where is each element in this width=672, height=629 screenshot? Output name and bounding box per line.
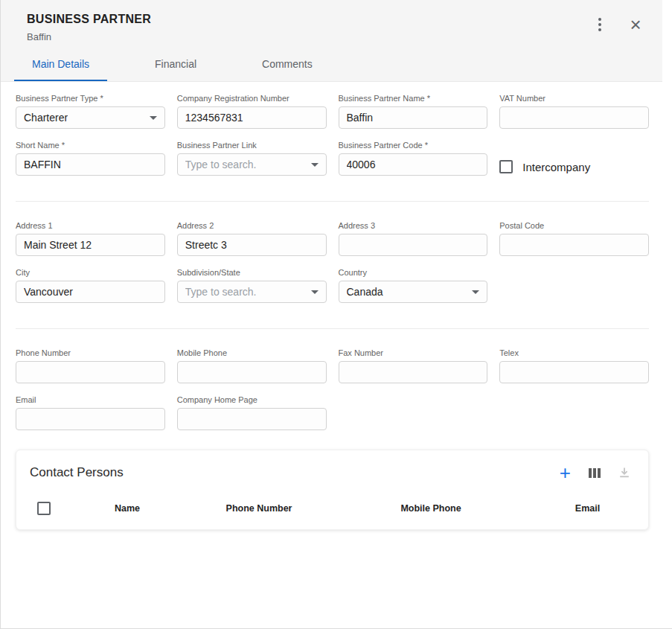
- tab-main-details[interactable]: Main Details: [14, 48, 107, 81]
- empty-cell: [499, 395, 649, 430]
- field-vat-number: VAT Number: [499, 94, 649, 129]
- field-label: City: [16, 268, 165, 277]
- company-home-page-input[interactable]: [177, 408, 327, 430]
- field-label: Fax Number: [339, 348, 488, 357]
- company-registration-number-input[interactable]: [177, 106, 327, 129]
- select-placeholder: Type to search.: [185, 286, 257, 298]
- field-label: VAT Number: [499, 94, 649, 103]
- field-address-3: Address 3: [339, 221, 488, 256]
- contact-persons-actions: +: [560, 465, 630, 480]
- tab-financial[interactable]: Financial: [137, 48, 214, 81]
- contact-section: Phone Number Mobile Phone Fax Number Tel…: [16, 348, 649, 430]
- field-business-partner-type: Business Partner Type * Charterer: [16, 94, 165, 129]
- contact-persons-card: Contact Persons +: [16, 450, 649, 530]
- business-partner-code-input[interactable]: [339, 153, 488, 176]
- field-intercompany: Intercompany: [499, 158, 649, 176]
- business-partner-link-select[interactable]: Type to search.: [177, 153, 327, 176]
- header-titles: BUSINESS PARTNER Baffin: [27, 11, 151, 42]
- section-divider: [16, 201, 649, 202]
- address-1-input[interactable]: [16, 234, 165, 256]
- address-2-input[interactable]: [177, 234, 327, 256]
- business-partner-dialog: BUSINESS PARTNER Baffin × Main Details F…: [1, 0, 662, 530]
- field-label: Company Home Page: [177, 395, 327, 404]
- intercompany-label: Intercompany: [522, 161, 590, 173]
- field-business-partner-code: Business Partner Code *: [339, 141, 488, 176]
- column-header-phone-number: Phone Number: [183, 503, 335, 514]
- chevron-down-icon: [472, 290, 479, 294]
- field-mobile-phone: Mobile Phone: [177, 348, 327, 383]
- column-settings-icon[interactable]: [589, 468, 601, 478]
- business-partner-type-select[interactable]: Charterer: [16, 106, 165, 129]
- page-subtitle: Baffin: [27, 31, 151, 42]
- field-company-home-page: Company Home Page: [177, 395, 327, 430]
- contact-persons-table-header: Name Phone Number Mobile Phone Email: [16, 491, 648, 529]
- intercompany-checkbox[interactable]: [499, 160, 513, 173]
- city-input[interactable]: [16, 281, 165, 303]
- field-label: Subdivision/State: [177, 268, 327, 277]
- field-city: City: [16, 268, 165, 303]
- field-label: Business Partner Name *: [339, 94, 488, 103]
- field-short-name: Short Name *: [16, 141, 165, 176]
- field-label: Address 1: [16, 221, 165, 230]
- select-value: Canada: [347, 286, 383, 298]
- select-all-checkbox[interactable]: [37, 502, 51, 515]
- field-label: Telex: [499, 348, 649, 357]
- select-placeholder: Type to search.: [185, 159, 257, 170]
- email-input[interactable]: [16, 408, 165, 430]
- field-business-partner-link: Business Partner Link Type to search.: [177, 141, 327, 176]
- field-label: Business Partner Link: [177, 141, 327, 150]
- more-options-icon[interactable]: [591, 16, 609, 33]
- field-label: Short Name *: [16, 141, 165, 150]
- field-address-2: Address 2: [177, 221, 327, 256]
- subdivision-state-select[interactable]: Type to search.: [177, 281, 327, 303]
- fax-number-input[interactable]: [339, 361, 488, 383]
- chevron-down-icon: [311, 163, 319, 167]
- section-divider: [16, 328, 649, 329]
- main-details-panel: Business Partner Type * Charterer Compan…: [1, 82, 662, 530]
- field-email: Email: [16, 395, 165, 430]
- business-partner-window: BUSINESS PARTNER Baffin × Main Details F…: [0, 0, 672, 629]
- telex-input[interactable]: [499, 361, 649, 383]
- close-icon[interactable]: ×: [627, 16, 644, 33]
- column-header-email: Email: [527, 503, 648, 514]
- page-title: BUSINESS PARTNER: [27, 11, 151, 28]
- partner-section: Business Partner Type * Charterer Compan…: [16, 94, 649, 176]
- chevron-down-icon: [311, 290, 319, 294]
- field-label: Business Partner Code *: [339, 141, 488, 150]
- business-partner-name-input[interactable]: [339, 106, 488, 129]
- field-label: Phone Number: [16, 348, 165, 357]
- field-business-partner-name: Business Partner Name *: [339, 94, 488, 129]
- address-section: Address 1 Address 2 Address 3 Postal Cod…: [16, 221, 649, 303]
- field-label: Business Partner Type *: [16, 94, 165, 103]
- postal-code-input[interactable]: [499, 234, 649, 256]
- empty-cell: [339, 395, 488, 430]
- field-label: Postal Code: [499, 221, 649, 230]
- chevron-down-icon: [150, 116, 157, 120]
- contact-persons-title: Contact Persons: [30, 465, 124, 480]
- address-3-input[interactable]: [339, 234, 488, 256]
- field-label: Address 2: [177, 221, 327, 230]
- field-country: Country Canada: [339, 268, 488, 303]
- column-header-mobile-phone: Mobile Phone: [335, 503, 527, 514]
- download-icon[interactable]: [618, 467, 630, 479]
- field-postal-code: Postal Code: [499, 221, 649, 256]
- field-phone-number: Phone Number: [16, 348, 165, 383]
- dialog-header: BUSINESS PARTNER Baffin × Main Details F…: [1, 0, 662, 82]
- field-company-registration-number: Company Registration Number: [177, 94, 327, 129]
- short-name-input[interactable]: [16, 153, 165, 176]
- country-select[interactable]: Canada: [339, 281, 488, 303]
- field-label: Address 3: [339, 221, 488, 230]
- field-label: Company Registration Number: [177, 94, 327, 103]
- mobile-phone-input[interactable]: [177, 361, 327, 383]
- field-address-1: Address 1: [16, 221, 165, 256]
- field-label: Country: [339, 268, 488, 277]
- field-subdivision-state: Subdivision/State Type to search.: [177, 268, 327, 303]
- vat-number-input[interactable]: [499, 106, 649, 129]
- field-fax-number: Fax Number: [339, 348, 488, 383]
- tab-comments[interactable]: Comments: [244, 48, 330, 81]
- empty-cell: [499, 268, 649, 303]
- add-contact-person-icon[interactable]: +: [560, 465, 571, 480]
- phone-number-input[interactable]: [16, 361, 165, 383]
- tab-bar: Main Details Financial Comments: [1, 48, 662, 81]
- column-header-name: Name: [71, 503, 183, 514]
